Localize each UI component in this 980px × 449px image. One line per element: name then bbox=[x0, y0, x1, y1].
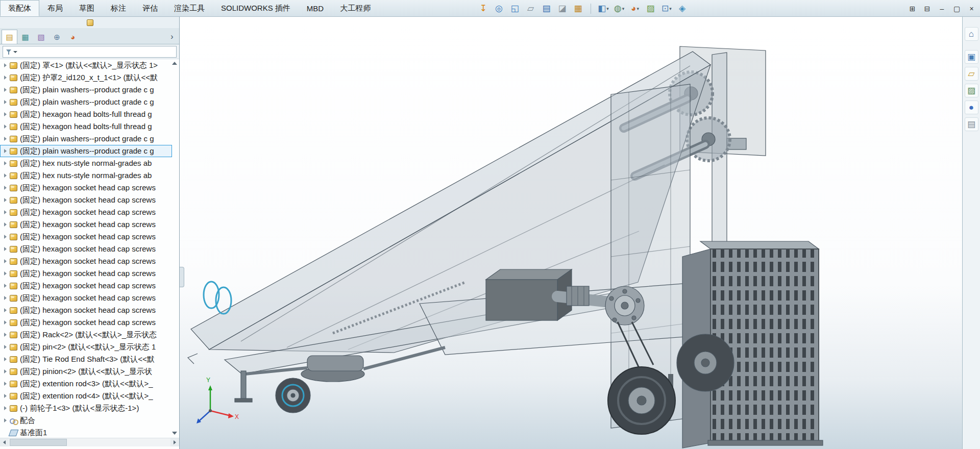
expand-arrow-icon[interactable] bbox=[4, 259, 7, 263]
expand-arrow-icon[interactable] bbox=[4, 76, 7, 80]
tab-render-tools[interactable]: 渲染工具 bbox=[166, 0, 213, 16]
expand-arrow-icon[interactable] bbox=[4, 173, 7, 178]
toggle-pane-2-button[interactable]: ⊟ bbox=[920, 0, 935, 17]
expand-arrow-icon[interactable] bbox=[4, 198, 7, 202]
scenes-button[interactable]: ● bbox=[965, 101, 978, 114]
custom-properties-button[interactable]: ▤ bbox=[965, 117, 978, 131]
expand-arrow-icon[interactable] bbox=[4, 418, 7, 422]
home-button[interactable]: ⌂ bbox=[965, 27, 978, 41]
tree-scroll-down-icon[interactable] bbox=[172, 432, 177, 435]
expand-arrow-icon[interactable] bbox=[4, 271, 7, 276]
tree-item[interactable]: (固定) hexagon socket head cap screws bbox=[0, 206, 172, 218]
appearances-button[interactable]: ▨ bbox=[965, 84, 978, 97]
tree-item[interactable]: (固定) hexagon socket head cap screws bbox=[0, 255, 172, 267]
apply-scene-button[interactable]: ▨ bbox=[645, 2, 657, 15]
tree-filter-input[interactable] bbox=[3, 46, 177, 58]
panel-collapse-button[interactable]: › bbox=[166, 30, 178, 44]
expand-arrow-icon[interactable] bbox=[4, 357, 7, 361]
insert-component-button[interactable]: ↧ bbox=[477, 2, 489, 15]
view-settings-button[interactable]: ⊡ ▾ bbox=[660, 2, 673, 15]
scroll-left-arrow[interactable] bbox=[0, 438, 9, 446]
tab-dagongchengshi[interactable]: 大工程师 bbox=[332, 0, 379, 16]
tab-layout[interactable]: 布局 bbox=[39, 0, 71, 16]
panel-handle-icon[interactable] bbox=[0, 17, 179, 28]
expand-arrow-icon[interactable] bbox=[4, 406, 7, 410]
sheet-button[interactable]: ▦ bbox=[572, 2, 584, 15]
tree-item[interactable]: (固定) hexagon socket head cap screws bbox=[0, 194, 172, 206]
tree-item[interactable]: (固定) hexagon socket head cap screws bbox=[0, 231, 172, 243]
expand-arrow-icon[interactable] bbox=[4, 186, 7, 190]
zoom-to-area-button[interactable]: ◱ bbox=[509, 2, 521, 15]
expand-arrow-icon[interactable] bbox=[4, 345, 7, 349]
expand-arrow-icon[interactable] bbox=[4, 235, 7, 239]
tree-item[interactable]: (固定) hexagon socket head cap screws bbox=[0, 243, 172, 255]
expand-arrow-icon[interactable] bbox=[4, 222, 7, 227]
tab-solidworks-addins[interactable]: SOLIDWORKS 插件 bbox=[213, 0, 299, 16]
tree-horizontal-scrollbar[interactable] bbox=[0, 438, 179, 446]
edit-component-button[interactable]: ▱ bbox=[525, 2, 537, 15]
tree-item[interactable]: (固定) pinion<2> (默认<<默认>_显示状 bbox=[0, 365, 172, 378]
tree-item[interactable]: (固定) plain washers--product grade c g bbox=[0, 133, 172, 145]
expand-arrow-icon[interactable] bbox=[4, 100, 7, 104]
toggle-pane-1-button[interactable]: ⊞ bbox=[905, 0, 920, 17]
display-style-button[interactable]: ◍ ▾ bbox=[613, 2, 625, 15]
tab-annotate[interactable]: 标注 bbox=[103, 0, 134, 16]
scroll-right-arrow[interactable] bbox=[170, 438, 179, 446]
filter-dropdown-icon[interactable] bbox=[13, 51, 17, 53]
minimize-button[interactable]: – bbox=[935, 0, 949, 17]
expand-arrow-icon[interactable] bbox=[4, 210, 7, 214]
expand-arrow-icon[interactable] bbox=[4, 296, 7, 300]
tree-item[interactable]: (固定) hexagon head bolts-full thread g bbox=[0, 108, 172, 120]
file-explorer-button[interactable]: ▱ bbox=[965, 67, 978, 81]
expand-arrow-icon[interactable] bbox=[4, 369, 7, 373]
featuremanager-tab[interactable]: ▤ bbox=[2, 30, 17, 44]
propertymanager-tab[interactable]: ▦ bbox=[17, 30, 33, 44]
close-button[interactable]: × bbox=[964, 0, 979, 17]
tree-item[interactable]: (固定) hex nuts-style normal-grades ab bbox=[0, 157, 172, 169]
tree-item[interactable]: (固定) plain washers--product grade c g bbox=[0, 145, 172, 157]
tree-item[interactable]: (固定) 护罩2_id120_x_t_1<1> (默认<<默 bbox=[0, 71, 172, 84]
tree-item[interactable]: (固定) hexagon head bolts-full thread g bbox=[0, 120, 172, 133]
graphics-viewport[interactable]: Y X bbox=[180, 17, 962, 449]
expand-arrow-icon[interactable] bbox=[4, 149, 7, 153]
expand-arrow-icon[interactable] bbox=[4, 124, 7, 129]
model-canvas[interactable]: Y X bbox=[180, 17, 962, 449]
expand-arrow-icon[interactable] bbox=[4, 382, 7, 386]
tree-scroll-up-icon[interactable] bbox=[172, 62, 177, 65]
tab-sketch[interactable]: 草图 bbox=[71, 0, 103, 16]
tree-item[interactable]: (固定) hexagon socket head cap screws bbox=[0, 316, 172, 329]
configurationmanager-tab[interactable]: ▧ bbox=[33, 30, 49, 44]
3d-view-button[interactable]: ◈ bbox=[676, 2, 689, 15]
expand-arrow-icon[interactable] bbox=[4, 333, 7, 337]
tree-item[interactable]: 基准面1 bbox=[0, 427, 172, 438]
tree-item[interactable]: 配合 bbox=[0, 414, 172, 427]
tree-item[interactable]: (固定) Rack<2> (默认<<默认>_显示状态 bbox=[0, 329, 172, 341]
eraser-button[interactable]: ◪ bbox=[556, 2, 569, 15]
expand-arrow-icon[interactable] bbox=[4, 88, 7, 92]
tree-item[interactable]: (固定) plain washers--product grade c g bbox=[0, 96, 172, 108]
expand-arrow-icon[interactable] bbox=[4, 394, 7, 398]
tree-item[interactable]: (固定) hex nuts-style normal-grades ab bbox=[0, 169, 172, 182]
tree-item[interactable]: (固定) hexagon socket head cap screws bbox=[0, 280, 172, 292]
tab-evaluate[interactable]: 评估 bbox=[134, 0, 166, 16]
tree-item[interactable]: (固定) hexagon socket head cap screws bbox=[0, 218, 172, 231]
expand-arrow-icon[interactable] bbox=[4, 161, 7, 165]
expand-arrow-icon[interactable] bbox=[4, 137, 7, 141]
zoom-to-fit-button[interactable]: ◎ bbox=[493, 2, 505, 15]
tree-item[interactable]: (固定) hexagon socket head cap screws bbox=[0, 304, 172, 316]
tree-item[interactable]: (固定) Tie Rod End Shaft<3> (默认<<默 bbox=[0, 353, 172, 365]
dimxpertmanager-tab[interactable]: ⊕ bbox=[49, 30, 65, 44]
design-library-pane-button[interactable]: ▣ bbox=[965, 50, 978, 64]
expand-arrow-icon[interactable] bbox=[4, 247, 7, 251]
expand-arrow-icon[interactable] bbox=[4, 284, 7, 288]
tree-item[interactable]: (-) 前轮子1<3> (默认<显示状态-1>) bbox=[0, 402, 172, 414]
expand-arrow-icon[interactable] bbox=[4, 112, 7, 116]
expand-arrow-icon[interactable] bbox=[4, 320, 7, 325]
expand-arrow-icon[interactable] bbox=[4, 63, 7, 67]
restore-button[interactable]: ▢ bbox=[949, 0, 964, 17]
tree-item[interactable]: (固定) hexagon socket head cap screws bbox=[0, 292, 172, 304]
edit-appearance-button[interactable]: ◕ ▾ bbox=[629, 2, 641, 15]
tab-mbd[interactable]: MBD bbox=[299, 0, 332, 16]
tree-item[interactable]: (固定) plain washers--product grade c g bbox=[0, 84, 172, 96]
displaymanager-tab[interactable]: ◕ bbox=[65, 30, 81, 44]
